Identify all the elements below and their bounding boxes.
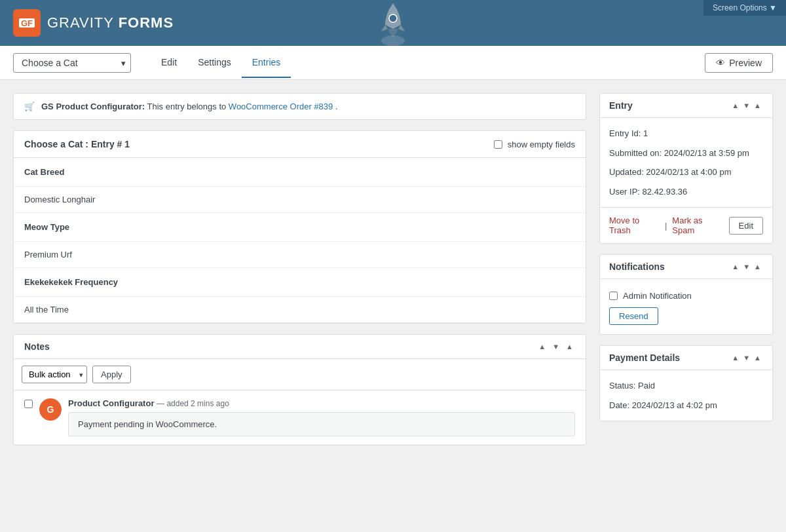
bulk-action-select[interactable]: Bulk action — [22, 366, 87, 383]
entry-up-button[interactable]: ▲ — [730, 100, 741, 111]
nav-links: Edit Settings Entries — [151, 48, 291, 78]
preview-button[interactable]: 👁 Preview — [705, 53, 773, 73]
field-meow-type-label: Meow Type — [14, 213, 586, 242]
notif-collapse-btns: ▲ ▼ ▲ — [730, 261, 763, 272]
nav-bar: Choose a Cat ▾ Edit Settings Entries 👁 P… — [0, 46, 786, 80]
payment-expand-button[interactable]: ▲ — [752, 352, 763, 363]
notifications-sidebar-header: Notifications ▲ ▼ ▲ — [600, 255, 772, 279]
entry-expand-button[interactable]: ▲ — [752, 100, 763, 111]
note-author: Product Configurator — [68, 398, 154, 408]
payment-status: Status: Paid — [609, 379, 763, 392]
bulk-action-wrap: Bulk action — [22, 366, 87, 383]
entry-form-title: Choose a Cat : Entry # 1 — [24, 139, 130, 149]
edit-button[interactable]: Edit — [729, 217, 763, 235]
entry-sidebar-title: Entry — [609, 100, 633, 111]
rocket-illustration — [373, 0, 413, 48]
apply-button[interactable]: Apply — [92, 366, 131, 383]
right-panel: Entry ▲ ▼ ▲ Entry Id: 1 Submitted on: 20… — [599, 93, 773, 446]
notes-collapse-down-button[interactable]: ▼ — [550, 341, 561, 352]
note-text: Payment pending in WooCommerce. — [68, 412, 575, 436]
notes-controls: ▲ ▼ ▲ — [536, 341, 575, 352]
svg-point-3 — [389, 14, 397, 22]
nav-link-edit[interactable]: Edit — [151, 48, 187, 78]
mark-as-spam-link[interactable]: Mark as Spam — [672, 216, 723, 235]
left-panel: 🛒 GS Product Configurator: This entry be… — [13, 93, 586, 446]
notes-header: Notes ▲ ▼ ▲ — [14, 335, 586, 359]
info-text: This entry belongs to — [147, 102, 229, 111]
svg-text:GF: GF — [21, 18, 33, 28]
entry-submitted-on: Submitted on: 2024/02/13 at 3:59 pm — [609, 147, 763, 160]
payment-details-title: Payment Details — [609, 352, 680, 363]
move-to-trash-link[interactable]: Move to Trash — [609, 216, 660, 235]
entry-id: Entry Id: 1 — [609, 127, 763, 140]
notifications-sidebar-title: Notifications — [609, 261, 665, 272]
app-header: GF GRAVITY FORMS Screen Options ▼ — [0, 0, 786, 46]
screen-options-button[interactable]: Screen Options ▼ — [703, 0, 786, 16]
info-suffix: . — [335, 102, 338, 111]
note-content: Product Configurator — added 2 mins ago … — [68, 398, 575, 436]
form-select[interactable]: Choose a Cat — [13, 53, 131, 73]
payment-details-sidebar-header: Payment Details ▲ ▼ ▲ — [600, 346, 772, 370]
payment-collapse-btns: ▲ ▼ ▲ — [730, 352, 763, 363]
field-cat-breed-value: Domestic Longhair — [14, 187, 586, 213]
payment-details-sidebar-box: Payment Details ▲ ▼ ▲ Status: Paid Date:… — [599, 345, 773, 421]
payment-date: Date: 2024/02/13 at 4:02 pm — [609, 399, 763, 412]
logo-text: GRAVITY FORMS — [47, 14, 174, 31]
notifications-sidebar-box: Notifications ▲ ▼ ▲ Admin Notification R… — [599, 254, 773, 335]
notes-collapse-up-button[interactable]: ▲ — [536, 341, 548, 352]
notifications-sidebar-body: Admin Notification Resend — [600, 279, 772, 334]
notes-section: Notes ▲ ▼ ▲ Bulk action Apply G — [13, 334, 586, 446]
notes-toolbar: Bulk action Apply — [14, 359, 586, 390]
logo-icon: GF — [13, 9, 41, 37]
eye-icon: 👁 — [716, 58, 725, 68]
info-prefix: GS Product Configurator: — [41, 102, 145, 111]
nav-link-settings[interactable]: Settings — [187, 48, 242, 78]
entry-form-header: Choose a Cat : Entry # 1 show empty fiel… — [14, 131, 586, 158]
info-banner: 🛒 GS Product Configurator: This entry be… — [13, 93, 586, 120]
nav-link-entries[interactable]: Entries — [242, 48, 291, 78]
notif-item: Admin Notification — [609, 288, 763, 307]
payment-details-body: Status: Paid Date: 2024/02/13 at 4:02 pm — [600, 370, 772, 421]
notes-title: Notes — [24, 341, 50, 352]
note-time: — added 2 mins ago — [157, 399, 229, 408]
field-ekekekekek-label: Ekekekekek Frequency — [14, 268, 586, 297]
field-ekekekekek-value: All the Time — [14, 297, 586, 323]
entry-sidebar-body: Entry Id: 1 Submitted on: 2024/02/13 at … — [600, 118, 772, 207]
field-meow-type-value: Premium Urf — [14, 242, 586, 268]
payment-up-button[interactable]: ▲ — [730, 352, 741, 363]
entry-actions: Move to Trash | Mark as Spam Edit — [600, 207, 772, 243]
entry-user-ip: User IP: 82.42.93.36 — [609, 185, 763, 199]
field-cat-breed-label: Cat Breed — [14, 158, 586, 187]
cart-icon: 🛒 — [24, 102, 35, 111]
notif-up-button[interactable]: ▲ — [730, 261, 741, 272]
note-item: G Product Configurator — added 2 mins ag… — [14, 390, 586, 445]
entry-sidebar-header: Entry ▲ ▼ ▲ — [600, 94, 772, 118]
notif-down-button[interactable]: ▼ — [741, 261, 752, 272]
show-empty-label[interactable]: show empty fields — [494, 140, 575, 149]
main-content: 🛒 GS Product Configurator: This entry be… — [0, 80, 786, 459]
entry-form: Choose a Cat : Entry # 1 show empty fiel… — [13, 130, 586, 324]
note-checkbox[interactable] — [24, 400, 33, 408]
entry-collapse-btns: ▲ ▼ ▲ — [730, 100, 763, 111]
admin-notification-label: Admin Notification — [623, 291, 692, 301]
woocommerce-order-link[interactable]: WooCommerce Order #839 — [229, 102, 333, 111]
entry-sidebar-box: Entry ▲ ▼ ▲ Entry Id: 1 Submitted on: 20… — [599, 93, 773, 244]
note-avatar: G — [39, 398, 62, 421]
resend-button[interactable]: Resend — [609, 307, 658, 325]
logo-area: GF GRAVITY FORMS — [13, 9, 174, 37]
admin-notification-checkbox[interactable] — [609, 292, 618, 300]
notif-expand-button[interactable]: ▲ — [752, 261, 763, 272]
form-select-wrap: Choose a Cat ▾ — [13, 53, 131, 73]
notes-expand-button[interactable]: ▲ — [564, 341, 575, 352]
entry-updated: Updated: 2024/02/13 at 4:00 pm — [609, 166, 763, 179]
payment-down-button[interactable]: ▼ — [741, 352, 752, 363]
show-empty-checkbox[interactable] — [494, 140, 502, 149]
entry-down-button[interactable]: ▼ — [741, 100, 752, 111]
